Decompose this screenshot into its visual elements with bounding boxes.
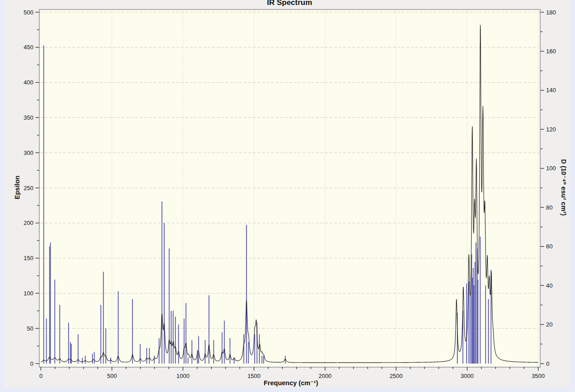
plot-area[interactable] [41,11,539,366]
ir-spectrum-chart: 0500100015002000250030003500050100150200… [4,0,575,392]
svg-text:1500: 1500 [248,373,261,379]
y-right-tick-labels: 020406080100120140160180 [546,9,556,367]
svg-text:80: 80 [546,204,552,211]
svg-text:40: 40 [546,282,552,289]
svg-text:1000: 1000 [177,373,190,379]
svg-text:450: 450 [23,44,33,51]
svg-text:0: 0 [39,373,42,379]
svg-text:500: 500 [23,9,33,16]
svg-text:400: 400 [23,79,33,86]
chart-title: IR Spectrum [267,0,312,7]
y-left-axis-label: Epsilon [14,176,21,199]
spectrum-panel: 0500100015002000250030003500050100150200… [4,0,570,387]
svg-text:140: 140 [546,87,556,93]
svg-text:200: 200 [23,219,33,226]
svg-text:350: 350 [23,114,33,121]
svg-text:2500: 2500 [389,373,402,379]
x-axis-tick-labels: 0500100015002000250030003500 [39,373,545,379]
y-left-tick-labels: 050100150200250300350400450500 [23,9,33,367]
svg-text:60: 60 [546,243,552,250]
application-window: { "colors": { "page_bg": "#e8ecf8", "pan… [0,0,575,392]
svg-text:500: 500 [107,373,117,379]
svg-text:180: 180 [546,9,556,16]
svg-text:50: 50 [27,325,33,332]
svg-text:3500: 3500 [532,373,545,379]
svg-text:120: 120 [546,126,556,133]
svg-text:100: 100 [546,165,556,172]
svg-text:150: 150 [23,255,33,261]
svg-text:2000: 2000 [318,373,332,379]
svg-text:160: 160 [546,48,556,55]
svg-text:0: 0 [30,360,33,367]
svg-text:3000: 3000 [461,373,474,379]
svg-text:0: 0 [546,360,549,367]
svg-text:250: 250 [23,185,33,191]
x-axis-label: Frequency (cm⁻¹) [264,379,318,387]
svg-text:100: 100 [23,290,33,297]
svg-text:20: 20 [546,321,552,328]
y-right-axis-label: D (10⁻⁴⁰ esu² cm²) [560,159,567,215]
svg-text:300: 300 [23,149,33,156]
